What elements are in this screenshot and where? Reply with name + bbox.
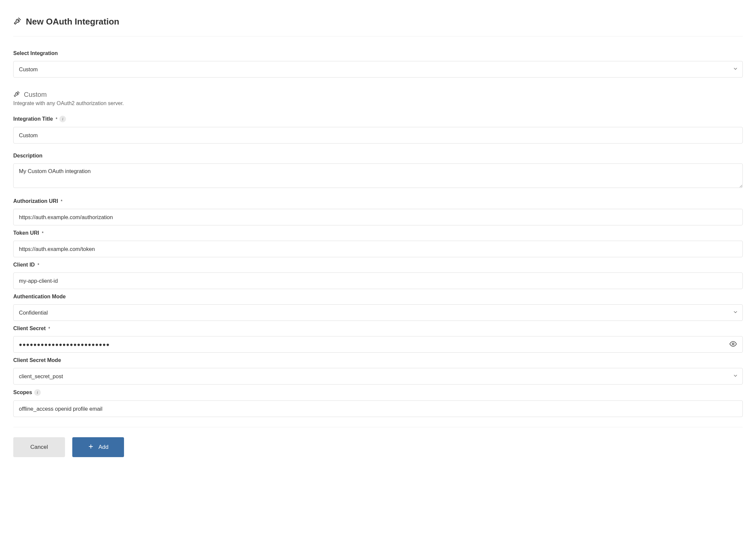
token-uri-input[interactable] — [13, 241, 743, 257]
client-secret-input[interactable] — [13, 336, 743, 353]
cancel-button[interactable]: Cancel — [13, 437, 65, 457]
authentication-mode-dropdown[interactable] — [13, 304, 743, 321]
integration-title-label: Integration Title — [13, 116, 53, 122]
scopes-input[interactable] — [13, 400, 743, 417]
divider — [13, 427, 743, 427]
select-integration-dropdown[interactable] — [13, 61, 743, 78]
client-id-label: Client ID — [13, 262, 35, 268]
integration-title-input[interactable] — [13, 127, 743, 144]
add-button[interactable]: Add — [72, 437, 124, 457]
form-actions: Cancel Add — [13, 437, 743, 457]
authorization-uri-label: Authorization URI — [13, 198, 58, 204]
description-input[interactable]: My Custom OAuth integration — [13, 163, 743, 188]
selected-integration-description: Integrate with any OAuth2 authorization … — [13, 100, 743, 106]
add-button-label: Add — [98, 444, 108, 450]
page-header: New OAuth Integration — [13, 13, 743, 36]
description-label: Description — [13, 153, 42, 159]
tools-icon — [13, 17, 21, 26]
token-uri-label: Token URI — [13, 230, 39, 236]
required-indicator: * — [37, 262, 39, 268]
selected-integration-header: Custom — [13, 91, 743, 98]
plus-icon — [88, 444, 94, 451]
client-secret-label: Client Secret — [13, 326, 46, 331]
required-indicator: * — [61, 199, 62, 204]
required-indicator: * — [56, 116, 57, 122]
info-icon[interactable]: i — [59, 116, 66, 122]
selected-integration-name: Custom — [24, 91, 47, 98]
client-secret-mode-label: Client Secret Mode — [13, 357, 61, 363]
scopes-label: Scopes — [13, 389, 32, 395]
select-integration-label: Select Integration — [13, 50, 58, 56]
authorization-uri-input[interactable] — [13, 209, 743, 225]
required-indicator: * — [48, 326, 50, 331]
svg-point-0 — [732, 343, 734, 345]
page-title: New OAuth Integration — [26, 17, 119, 27]
authentication-mode-label: Authentication Mode — [13, 294, 66, 300]
tools-icon — [13, 91, 20, 98]
eye-icon[interactable] — [728, 339, 738, 350]
client-secret-mode-dropdown[interactable] — [13, 368, 743, 385]
info-icon[interactable]: i — [34, 389, 41, 396]
required-indicator: * — [42, 230, 43, 236]
client-id-input[interactable] — [13, 272, 743, 289]
oauth-form: Select Integration Custom Integrate with… — [13, 36, 743, 457]
